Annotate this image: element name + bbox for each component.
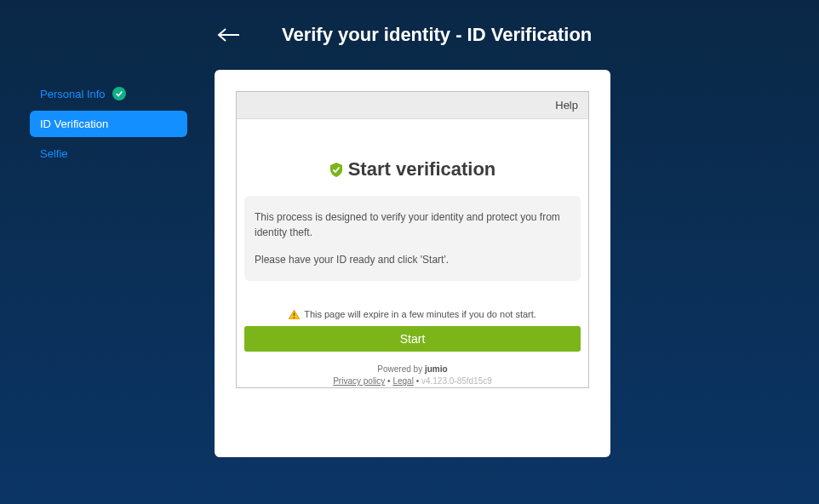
verification-frame: Help Start verification This process is … xyxy=(236,91,589,388)
help-link[interactable]: Help xyxy=(555,99,578,112)
svg-point-3 xyxy=(294,317,295,318)
powered-by-brand: jumio xyxy=(425,364,448,374)
sidebar-item-label: ID Verification xyxy=(40,117,108,130)
page-header: Verify your identity - ID Verification xyxy=(0,0,819,70)
sidebar-item-label: Selfie xyxy=(40,147,68,160)
page-title: Verify your identity - ID Verification xyxy=(282,24,592,46)
back-button[interactable] xyxy=(217,26,241,43)
completed-check-icon xyxy=(112,87,126,100)
info-text-2: Please have your ID ready and click 'Sta… xyxy=(255,252,570,267)
footer-separator: • xyxy=(414,376,421,386)
version-text: v4.123.0-85fd15c9 xyxy=(421,376,492,386)
warning-icon xyxy=(289,310,300,319)
step-sidebar: Personal Info ID Verification Selfie xyxy=(0,70,187,457)
frame-topbar: Help xyxy=(237,92,588,119)
sidebar-item-selfie[interactable]: Selfie xyxy=(30,140,187,167)
start-button[interactable]: Start xyxy=(244,326,581,352)
privacy-policy-link[interactable]: Privacy policy xyxy=(333,376,385,386)
frame-footer: Powered by jumio Privacy policy • Legal … xyxy=(333,364,492,387)
legal-link[interactable]: Legal xyxy=(392,376,413,386)
powered-by-prefix: Powered by xyxy=(377,364,425,374)
content-title: Start verification xyxy=(348,158,496,180)
info-text-1: This process is designed to verify your … xyxy=(255,209,570,240)
frame-body: Start verification This process is desig… xyxy=(237,119,588,387)
expiry-warning: This page will expire in a few minutes i… xyxy=(289,309,536,319)
info-box: This process is designed to verify your … xyxy=(244,196,581,281)
shield-check-icon xyxy=(329,163,343,177)
verification-panel: Help Start verification This process is … xyxy=(215,70,610,457)
sidebar-item-id-verification[interactable]: ID Verification xyxy=(30,111,187,137)
back-arrow-icon xyxy=(217,28,241,42)
sidebar-item-personal-info[interactable]: Personal Info xyxy=(30,80,187,107)
content-title-row: Start verification xyxy=(329,158,496,180)
sidebar-item-label: Personal Info xyxy=(40,88,106,100)
warning-text: This page will expire in a few minutes i… xyxy=(304,309,536,319)
